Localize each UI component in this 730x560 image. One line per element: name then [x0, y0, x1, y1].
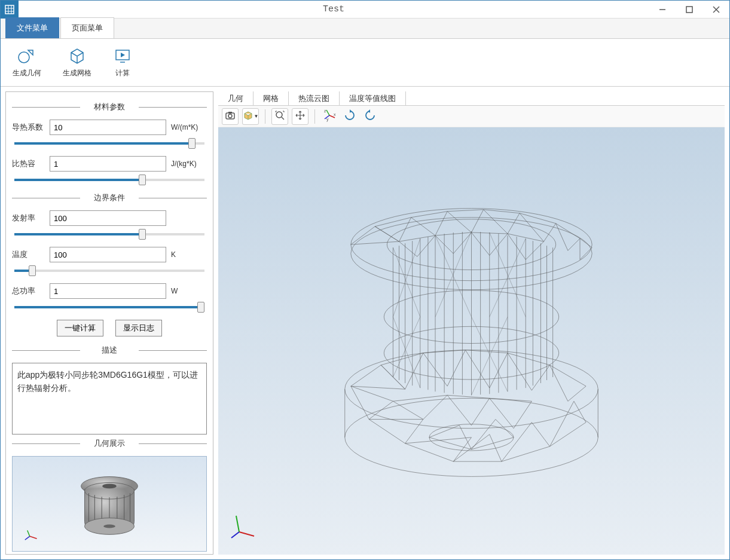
rotate-ccw-button[interactable]	[341, 108, 358, 125]
specific-heat-input[interactable]	[50, 156, 166, 172]
compute-button[interactable]: 计算	[108, 44, 137, 81]
show-log-button[interactable]: 显示日志	[115, 320, 162, 336]
thermal-conductivity-input[interactable]	[50, 120, 166, 135]
gen-geometry-label: 生成几何	[13, 68, 41, 78]
specific-heat-unit: J/(kg*K)	[171, 160, 207, 168]
view-tab-mesh[interactable]: 网格	[253, 91, 289, 105]
gen-mesh-label: 生成网格	[63, 68, 91, 78]
viewport: 几何 网格 热流云图 温度等值线图 ▼ xzy	[218, 91, 725, 555]
close-button[interactable]	[702, 1, 729, 19]
svg-line-75	[239, 532, 254, 536]
thermal-conductivity-label: 导热系数	[12, 122, 45, 133]
geometry-preview[interactable]	[12, 456, 207, 552]
thermal-conductivity-slider[interactable]	[14, 142, 204, 145]
description-text: 此app为极转小同步轮3MD6G16G1模型，可以进行热辐射分析。	[12, 363, 207, 434]
emissivity-input[interactable]	[50, 210, 166, 226]
temperature-slider[interactable]	[14, 270, 204, 272]
specific-heat-label: 比热容	[12, 158, 45, 169]
svg-point-19	[103, 525, 115, 528]
svg-line-77	[231, 532, 239, 538]
view-tab-geometry[interactable]: 几何	[218, 91, 253, 105]
svg-text:y: y	[326, 117, 329, 122]
camera-icon	[225, 110, 236, 123]
svg-point-24	[228, 114, 232, 118]
gen-geometry-button[interactable]: 生成几何	[8, 44, 46, 81]
app-icon	[1, 1, 19, 19]
thermal-conductivity-unit: W/(m*K)	[171, 123, 207, 131]
svg-rect-2	[686, 7, 692, 13]
screenshot-button[interactable]	[222, 108, 239, 125]
ribbon: 生成几何 生成网格 计算	[1, 39, 729, 87]
window-title: Test	[19, 4, 649, 14]
specific-heat-slider[interactable]	[14, 179, 204, 181]
geometry-icon	[17, 47, 36, 66]
description-section-title: 描述	[12, 345, 207, 356]
cube-icon	[243, 110, 253, 123]
pan-icon	[295, 110, 306, 123]
main-tabbar: 文件菜单 页面菜单	[1, 19, 729, 39]
emissivity-slider[interactable]	[14, 233, 204, 235]
axis-gizmo	[230, 511, 260, 543]
sidebar: 材料参数 导热系数 W/(m*K) 比热容 J/(kg*K) 边界条件 发射率	[5, 91, 213, 555]
total-power-slider[interactable]	[14, 306, 204, 308]
svg-line-72	[393, 317, 420, 377]
axis-icon: xzy	[323, 109, 336, 124]
svg-line-76	[236, 516, 239, 532]
view-mode-button[interactable]: ▼	[242, 108, 259, 125]
compute-label: 计算	[115, 68, 130, 78]
view-tab-temp-isoline[interactable]: 温度等值线图	[340, 91, 406, 105]
temperature-label: 温度	[12, 249, 45, 260]
3d-canvas[interactable]	[218, 127, 725, 555]
viewport-toolbar: ▼ xzy	[218, 106, 725, 127]
zoom-icon	[274, 110, 285, 123]
maximize-button[interactable]	[676, 1, 702, 19]
rotate-cw-icon	[364, 109, 376, 123]
view-tab-heat-contour[interactable]: 热流云图	[289, 91, 340, 105]
zoom-extents-button[interactable]	[271, 108, 288, 125]
svg-line-22	[25, 536, 30, 540]
rotate-ccw-icon	[344, 109, 356, 123]
viewport-tabs: 几何 网格 热流云图 温度等值线图	[218, 91, 725, 106]
gen-mesh-button[interactable]: 生成网格	[58, 44, 96, 81]
titlebar: Test	[1, 1, 729, 19]
svg-line-71	[393, 317, 420, 388]
total-power-unit: W	[171, 287, 207, 295]
pan-button[interactable]	[292, 108, 309, 125]
svg-rect-25	[228, 112, 232, 114]
mesh-icon	[68, 47, 87, 66]
tab-page-menu[interactable]: 页面菜单	[60, 17, 114, 38]
tab-file-menu[interactable]: 文件菜单	[5, 17, 59, 38]
total-power-label: 总功率	[12, 286, 45, 296]
svg-rect-0	[5, 5, 14, 14]
rotate-cw-button[interactable]	[362, 108, 378, 125]
svg-text:x: x	[334, 112, 336, 117]
svg-point-5	[19, 52, 29, 63]
svg-line-21	[28, 530, 30, 536]
chevron-down-icon: ▼	[254, 114, 259, 119]
temperature-unit: K	[171, 250, 207, 259]
svg-text:z: z	[324, 109, 326, 113]
temperature-input[interactable]	[50, 247, 166, 262]
boundary-section-title: 边界条件	[12, 192, 207, 203]
svg-line-20	[30, 536, 37, 538]
one-click-compute-button[interactable]: 一键计算	[57, 320, 103, 336]
svg-line-29	[326, 110, 329, 115]
material-section-title: 材料参数	[12, 102, 207, 112]
svg-line-27	[282, 117, 284, 120]
geometry-section-title: 几何展示	[12, 438, 207, 449]
emissivity-label: 发射率	[12, 213, 45, 224]
axis-indicator[interactable]: xzy	[321, 108, 338, 125]
svg-line-66	[393, 238, 420, 317]
compute-icon	[113, 47, 132, 66]
total-power-input[interactable]	[50, 283, 166, 299]
svg-point-9	[102, 484, 117, 488]
minimize-button[interactable]	[649, 1, 676, 19]
svg-point-26	[276, 112, 282, 118]
